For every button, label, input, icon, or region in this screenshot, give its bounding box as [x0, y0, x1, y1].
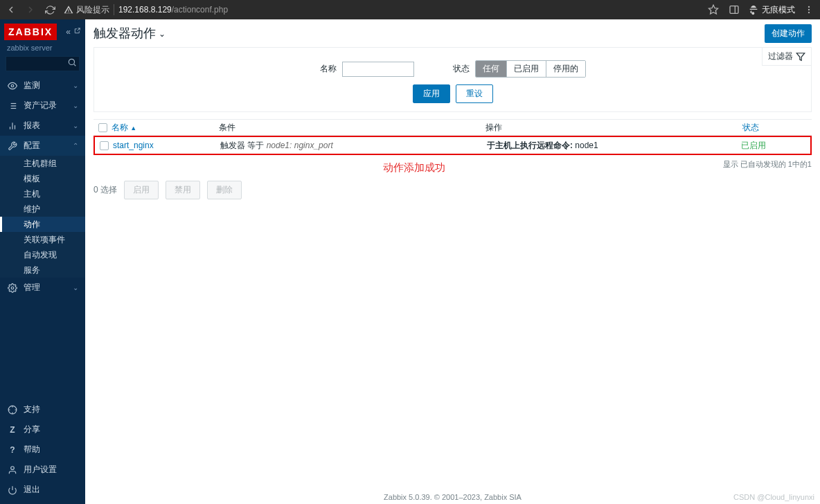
filter-name-label: 名称 [320, 63, 337, 75]
seg-enabled[interactable]: 已启用 [507, 61, 546, 77]
warn-label: 风险提示 [76, 4, 109, 16]
chart-icon [7, 121, 18, 131]
col-status[interactable]: 状态 [742, 122, 812, 134]
col-op: 操作 [485, 122, 742, 134]
wrench-icon [7, 141, 18, 151]
svg-point-6 [69, 59, 74, 64]
sub-correlation[interactable]: 关联项事件 [0, 232, 85, 247]
star-icon[interactable] [706, 3, 720, 17]
sub-host-groups[interactable]: 主机群组 [0, 156, 85, 171]
sub-actions[interactable]: 动作 [0, 217, 85, 232]
nav-share[interactable]: Z分享 [0, 420, 85, 440]
sidebar-item-reports[interactable]: 报表⌄ [0, 116, 85, 136]
chevron-up-icon: ⌃ [73, 142, 78, 150]
sidebar-label: 管理 [24, 282, 40, 294]
sub-discovery[interactable]: 自动发现 [0, 247, 85, 262]
address-bar[interactable]: 192.168.8.129/actionconf.php [118, 5, 228, 15]
config-submenu: 主机群组 模板 主机 维护 动作 关联项事件 自动发现 服务 [0, 156, 85, 278]
bulk-enable-button: 启用 [124, 181, 159, 199]
chevron-down-icon: ⌄ [73, 102, 78, 109]
filter-label: 过滤器 [768, 51, 793, 62]
nav-logout[interactable]: 退出 [0, 480, 85, 500]
svg-point-20 [11, 466, 15, 469]
main-content: 触发器动作 ⌄ 创建动作 过滤器 名称 状态 任何 已启用 停用的 [85, 19, 820, 504]
insecure-warning[interactable]: 风险提示 [64, 4, 109, 16]
chevron-down-icon: ⌄ [73, 122, 78, 129]
nav-user-settings[interactable]: 用户设置 [0, 460, 85, 480]
footer: Zabbix 5.0.39. © 2001–2023, Zabbix SIA [85, 487, 820, 504]
sub-templates[interactable]: 模板 [0, 171, 85, 186]
svg-point-18 [11, 287, 14, 289]
col-cond: 条件 [219, 122, 485, 134]
nav-help[interactable]: ?帮助 [0, 440, 85, 460]
bulk-actions: 0 选择 启用 禁用 删除 [93, 181, 812, 199]
col-name[interactable]: 名称 ▲ [112, 122, 219, 134]
filter-icon [796, 52, 805, 62]
row-condition: 触发器 等于 node1: nginx_port [220, 140, 487, 152]
sidebar-label: 资产记录 [24, 100, 57, 111]
chevron-down-icon: ⌄ [73, 82, 78, 89]
support-icon [7, 405, 18, 415]
row-count: 显示 已自动发现的 1中的1 [93, 159, 812, 170]
nav-support[interactable]: 支持 [0, 399, 85, 420]
action-name-link[interactable]: start_nginx [113, 141, 154, 150]
filter-panel: 过滤器 名称 状态 任何 已启用 停用的 应用 重设 [93, 47, 812, 112]
search-icon[interactable] [67, 57, 77, 67]
share-icon: Z [7, 425, 18, 435]
popout-icon[interactable] [73, 27, 81, 37]
seg-disabled[interactable]: 停用的 [546, 61, 585, 77]
apply-button[interactable]: 应用 [413, 84, 450, 103]
status-segment: 任何 已启用 停用的 [475, 60, 586, 78]
annotation-text: 动作添加成功 [383, 161, 445, 174]
row-operation: 于主机上执行远程命令: node1 [487, 140, 741, 152]
sidebar-item-config[interactable]: 配置⌃ [0, 136, 85, 156]
chevron-down-icon: ⌄ [159, 29, 166, 39]
svg-point-8 [11, 84, 14, 87]
actions-table: 名称 ▲ 条件 操作 状态 start_nginx 触发器 等于 node1: … [93, 119, 812, 155]
create-action-button[interactable]: 创建动作 [765, 24, 812, 43]
watermark: CSDN @Cloud_linyunxi [733, 493, 814, 501]
incognito-indicator[interactable]: 无痕模式 [748, 4, 795, 16]
sidebar-label: 配置 [24, 140, 40, 152]
eye-icon [7, 81, 18, 91]
collapse-icon[interactable]: « [66, 27, 71, 37]
sub-hosts[interactable]: 主机 [0, 186, 85, 201]
help-icon: ? [7, 445, 18, 455]
svg-point-3 [808, 6, 810, 8]
chevron-down-icon: ⌄ [73, 284, 78, 291]
table-row: start_nginx 触发器 等于 node1: nginx_port 于主机… [93, 136, 812, 155]
sub-maintenance[interactable]: 维护 [0, 201, 85, 217]
sub-services[interactable]: 服务 [0, 262, 85, 278]
svg-marker-21 [796, 53, 805, 60]
zabbix-logo[interactable]: ZABBIX [4, 24, 57, 40]
power-icon [7, 485, 18, 495]
svg-point-5 [808, 12, 810, 13]
sidebar-item-inventory[interactable]: 资产记录⌄ [0, 96, 85, 116]
filter-toggle[interactable]: 过滤器 [762, 48, 811, 66]
filter-name-input[interactable] [342, 62, 414, 77]
sidebar-item-monitor[interactable]: 监测⌄ [0, 75, 85, 96]
bulk-disable-button: 禁用 [166, 181, 200, 199]
nav-back-icon[interactable] [4, 3, 18, 17]
selection-count: 0 选择 [93, 184, 117, 196]
kebab-menu-icon[interactable] [802, 3, 816, 17]
row-checkbox[interactable] [100, 141, 109, 150]
seg-any[interactable]: 任何 [476, 61, 507, 77]
svg-rect-1 [730, 6, 738, 14]
page-title[interactable]: 触发器动作 ⌄ [93, 25, 166, 42]
server-label: zabbix server [0, 44, 85, 55]
page-header: 触发器动作 ⌄ 创建动作 [85, 19, 820, 47]
sidebar: ZABBIX « zabbix server 监测⌄ 资产记录⌄ 报表⌄ 配置⌃… [0, 19, 85, 504]
sidebar-search[interactable] [6, 56, 80, 71]
nav-forward-icon [24, 3, 37, 17]
panel-icon[interactable] [727, 3, 741, 17]
reset-button[interactable]: 重设 [456, 84, 493, 103]
select-all-checkbox[interactable] [98, 123, 107, 132]
browser-toolbar: 风险提示 192.168.8.129/actionconf.php 无痕模式 [0, 0, 820, 19]
list-icon [7, 101, 18, 111]
reload-icon[interactable] [43, 3, 57, 17]
bulk-delete-button: 删除 [207, 181, 242, 199]
svg-marker-0 [708, 5, 718, 14]
sidebar-item-admin[interactable]: 管理⌄ [0, 278, 85, 298]
row-status[interactable]: 已启用 [741, 141, 766, 150]
